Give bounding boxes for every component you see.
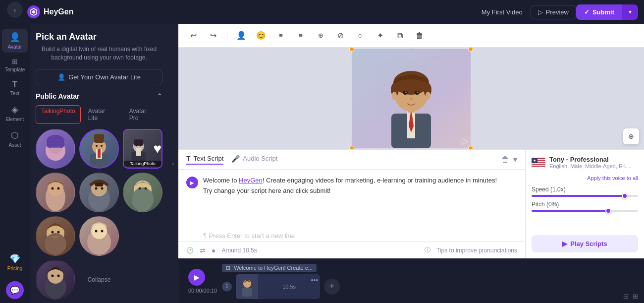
speed-thumb[interactable] — [622, 193, 628, 199]
avatar-item-8[interactable] — [79, 216, 119, 256]
tab-text-script[interactable]: T Text Script — [186, 155, 223, 165]
submit-dropdown-button[interactable]: ▾ — [622, 4, 638, 20]
chat-button[interactable]: 💬 — [6, 281, 24, 299]
tab-avatar-lite[interactable]: Avatar Lite — [83, 105, 122, 124]
get-own-avatar-label: Get Your Own Avatar Lite — [68, 73, 141, 81]
script-line-play[interactable]: ▶ — [186, 177, 198, 188]
clip-label-bar[interactable]: ⊞ Welcome to HeyGen! Create e... — [222, 264, 317, 272]
avatar-tabs: TalkingPhoto Avatar Lite Avatar Pro — [36, 105, 162, 124]
sidebar-item-text[interactable]: T Text — [2, 77, 28, 99]
avatar-item-2[interactable] — [79, 129, 119, 169]
circle-button[interactable]: ○ — [353, 29, 367, 43]
handle-bottom-right[interactable] — [468, 146, 473, 150]
submit-check-icon: ✓ — [584, 8, 590, 16]
svg-point-61 — [426, 92, 430, 100]
avatar-item-4[interactable] — [36, 173, 75, 212]
pitch-slider[interactable] — [532, 210, 638, 212]
heart-icon: ♥ — [153, 141, 161, 157]
avatar-item-1[interactable] — [36, 129, 75, 169]
avatar-item-6[interactable] — [123, 173, 162, 212]
timeline-play-button[interactable]: ▶ 00:00/00:10 — [188, 269, 217, 294]
handle-top-right[interactable] — [468, 48, 473, 52]
script-footer: 🕐 ⇄ ● Around 10.5s ⓘ Tips to improve pro… — [178, 242, 525, 258]
script-text-area[interactable]: ▶ Welcome to HeyGen! Create engaging vid… — [178, 170, 525, 230]
sidebar-item-avatar[interactable]: 👤 Avatar — [2, 29, 28, 53]
canvas-area[interactable]: ▷ ⊕ — [178, 48, 644, 149]
get-own-avatar-button[interactable]: 👤 Get Your Own Avatar Lite — [36, 69, 162, 85]
clip-thumbnail — [236, 274, 258, 299]
hide-button[interactable]: ⊘ — [333, 29, 347, 43]
redo-button[interactable]: ↪ — [206, 29, 220, 43]
preview-label: Preview — [546, 8, 569, 16]
tab-audio-script[interactable]: 🎤 Audio Script — [231, 155, 277, 165]
public-avatar-collapse-icon[interactable]: ⌃ — [157, 92, 162, 100]
play-scripts-button[interactable]: ▶ Play Scripts — [532, 235, 638, 252]
clock-icon: 🕐 — [186, 247, 194, 254]
panel-collapse-button[interactable]: ‹ — [168, 24, 178, 303]
voice-details: Tony - Professional English, Male, Middl… — [549, 156, 632, 169]
circle-icon: ○ — [358, 31, 363, 40]
play-scripts-icon: ▶ — [562, 240, 567, 247]
sidebar-item-pricing[interactable]: 💎 Pricing — [2, 250, 28, 274]
handle-bottom-left[interactable] — [349, 146, 354, 150]
timeline-clip[interactable]: 10.5s ••• — [236, 274, 320, 299]
scene-number: 1 — [222, 282, 232, 292]
avatar-item-9[interactable] — [36, 260, 75, 300]
submit-button[interactable]: ✓ Submit — [576, 4, 622, 20]
avatar-tool-button[interactable]: 👤 — [234, 29, 248, 43]
back-button[interactable]: ‹ — [7, 2, 23, 18]
preview-button[interactable]: ▷ Preview — [531, 5, 576, 19]
apply-voice-button[interactable]: Apply this voice to all — [532, 175, 638, 181]
tab-avatar-pro[interactable]: Avatar Pro — [124, 105, 162, 124]
heygen-link[interactable]: HeyGen — [239, 177, 263, 184]
sidebar-item-template[interactable]: ⊞ Template — [2, 55, 28, 75]
sidebar-item-element[interactable]: ◈ Element — [2, 101, 28, 125]
collapse-arrow-icon: ‹ — [172, 160, 174, 167]
timeline-shrink-icon[interactable]: ⊟ — [623, 293, 629, 300]
avatar-tool-icon: 👤 — [236, 31, 246, 40]
avatar-item-5[interactable] — [79, 173, 119, 212]
voice-panel: ★ Tony - Professional English, Male, Mid… — [525, 150, 644, 258]
svg-point-45 — [57, 274, 60, 277]
avatar-sidebar-icon: 👤 — [9, 32, 20, 43]
effect-button[interactable]: ✦ — [373, 29, 387, 43]
ai-icon: ● — [212, 246, 215, 254]
empty-cell — [123, 216, 162, 256]
undo-button[interactable]: ↩ — [186, 29, 200, 43]
element-icon: ◈ — [11, 104, 18, 115]
avatar-item-3[interactable]: TalkingPhoto ♥ — [123, 129, 162, 169]
stack-icon: ⊕ — [318, 32, 323, 39]
clip-label-icon: ⊞ — [226, 265, 230, 271]
clip-menu-button[interactable]: ••• — [311, 276, 318, 284]
delete-button[interactable]: 🗑 — [413, 29, 427, 43]
text-align-button[interactable]: ≡ — [274, 29, 288, 43]
tab-talking-photo[interactable]: TalkingPhoto — [36, 105, 81, 124]
add-scene-button[interactable]: + — [324, 279, 340, 295]
collapse-button[interactable]: Collapse — [79, 260, 119, 300]
pitch-fill — [532, 210, 611, 212]
svg-point-37 — [57, 231, 60, 233]
avatar-item-7[interactable] — [36, 216, 75, 256]
layers-button[interactable]: ≡ — [294, 29, 308, 43]
handle-top-left[interactable] — [349, 48, 354, 52]
script-delete-button[interactable]: 🗑 — [501, 155, 509, 164]
pitch-thumb[interactable] — [605, 208, 611, 214]
heygen-logo-icon — [27, 5, 41, 19]
template-icon: ⊞ — [12, 58, 18, 65]
emoji-button[interactable]: 😊 — [254, 29, 268, 43]
sidebar-item-asset[interactable]: ⬡ Asset — [2, 127, 28, 151]
zoom-button[interactable]: ⊕ — [623, 128, 639, 144]
sidebar-pricing-label: Pricing — [7, 266, 23, 271]
voice-info: ★ Tony - Professional English, Male, Mid… — [532, 156, 638, 169]
svg-point-31 — [132, 187, 154, 211]
speed-slider[interactable] — [532, 195, 638, 197]
timeline-expand-icon[interactable]: ⊞ — [633, 293, 638, 300]
pitch-label: Pitch (0%) — [532, 201, 638, 208]
script-expand-button[interactable]: ▾ — [513, 155, 517, 164]
hide-icon: ⊘ — [337, 31, 344, 40]
canvas-avatar-container[interactable]: ▷ — [352, 49, 471, 148]
svg-text:★: ★ — [533, 159, 536, 162]
sidebar-text-label: Text — [10, 91, 19, 96]
stack-button[interactable]: ⊕ — [314, 29, 327, 43]
duplicate-button[interactable]: ⧉ — [393, 29, 407, 43]
